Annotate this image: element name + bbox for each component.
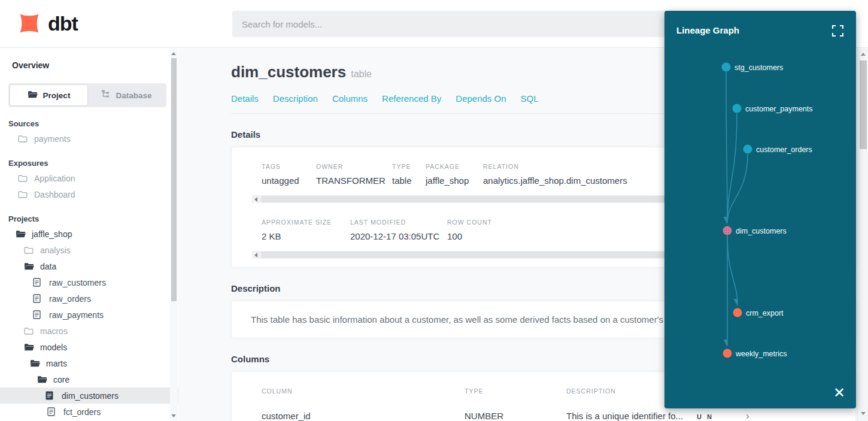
lineage-node-customer_payments[interactable]: customer_payments bbox=[733, 104, 813, 113]
view-tab-label: Database bbox=[116, 91, 151, 100]
column-header-type: TYPE bbox=[465, 387, 566, 395]
sidebar-item-fct_orders[interactable]: fct_orders bbox=[0, 404, 178, 420]
folder-open-icon bbox=[16, 230, 26, 238]
sidebar-item-core[interactable]: core bbox=[0, 371, 178, 387]
svg-text:customer_payments: customer_payments bbox=[745, 105, 813, 113]
tree-item-label: raw_orders bbox=[49, 294, 91, 304]
lineage-node-weekly_metrics[interactable]: weekly_metrics bbox=[723, 349, 787, 358]
field-value: analytics.jaffle_shop.dim_customers bbox=[483, 175, 627, 186]
tree-item-label: macros bbox=[40, 326, 68, 336]
svg-text:customer_orders: customer_orders bbox=[756, 146, 812, 154]
tree-item-label: Dashboard bbox=[34, 190, 75, 199]
field-label: TAGS bbox=[262, 163, 316, 170]
fullscreen-icon[interactable] bbox=[832, 25, 843, 37]
sidebar-item-data[interactable]: data bbox=[0, 258, 178, 274]
edge-stg_customers-to-dim_customers bbox=[726, 72, 727, 223]
overview-label[interactable]: Overview bbox=[0, 49, 178, 70]
scroll-left-icon[interactable] bbox=[254, 197, 257, 202]
lineage-node-dim_customers[interactable]: dim_customers bbox=[723, 226, 787, 235]
tree-item-label: core bbox=[53, 375, 69, 384]
folder-open-icon bbox=[24, 343, 34, 352]
tree-item-label: models bbox=[40, 343, 67, 352]
folder-open-icon bbox=[30, 359, 40, 368]
sidebar-item-raw_customers[interactable]: raw_customers bbox=[0, 274, 178, 290]
tree-item-label: data bbox=[40, 262, 56, 271]
sidebar-item-dim_customers[interactable]: dim_customers bbox=[0, 387, 178, 404]
detail-field-package: PACKAGEjaffle_shop bbox=[426, 163, 483, 186]
field-value: 2 KB bbox=[262, 231, 350, 241]
dbt-logo: dbt bbox=[16, 10, 78, 37]
sidebar-item-Application[interactable]: Application bbox=[0, 170, 178, 186]
sidebar-item-raw_orders[interactable]: raw_orders bbox=[0, 290, 178, 307]
tab-columns[interactable]: Columns bbox=[332, 93, 368, 104]
scroll-left-icon[interactable] bbox=[254, 253, 257, 258]
main-scrollbar[interactable] bbox=[857, 49, 868, 421]
tree-item-label: raw_customers bbox=[49, 278, 106, 287]
tree-item-label: payments bbox=[34, 134, 71, 144]
tab-description[interactable]: Description bbox=[273, 93, 318, 104]
sidebar-scroll-thumb[interactable] bbox=[171, 58, 177, 301]
tree-section-projects: Projects bbox=[0, 202, 178, 226]
field-label: APPROXIMATE SIZE bbox=[262, 219, 350, 226]
lineage-title: Lineage Graph bbox=[676, 25, 739, 35]
close-icon[interactable]: ✕ bbox=[833, 386, 845, 400]
view-toggle: ProjectDatabase bbox=[8, 83, 166, 107]
lineage-node-customer_orders[interactable]: customer_orders bbox=[743, 145, 812, 154]
lineage-node-stg_customers[interactable]: stg_customers bbox=[722, 63, 784, 72]
row-expander-icon[interactable]: › bbox=[746, 410, 749, 421]
folder-open-icon bbox=[24, 262, 34, 271]
scroll-up-icon[interactable] bbox=[861, 53, 866, 56]
tree-item-label: fct_orders bbox=[63, 407, 101, 417]
sidebar-item-jaffle_shop[interactable]: jaffle_shop bbox=[0, 226, 178, 242]
sidebar-scrollbar[interactable] bbox=[170, 49, 178, 421]
svg-text:stg_customers: stg_customers bbox=[735, 63, 783, 72]
database-tree-icon bbox=[101, 90, 110, 101]
folder-icon bbox=[18, 190, 28, 198]
tab-sql[interactable]: SQL bbox=[521, 93, 539, 104]
model-type-badge: table bbox=[351, 69, 372, 79]
field-label: OWNER bbox=[316, 163, 392, 170]
scroll-down-icon[interactable] bbox=[171, 414, 176, 417]
folder-icon bbox=[24, 327, 34, 335]
file-icon bbox=[33, 294, 43, 303]
tree-section-sources: Sources bbox=[0, 107, 178, 131]
lineage-node-crm_export[interactable]: crm_export bbox=[733, 308, 784, 317]
sidebar-item-Dashboard[interactable]: Dashboard bbox=[0, 186, 178, 202]
folder-open-icon bbox=[37, 375, 47, 384]
tab-depends-on[interactable]: Depends On bbox=[456, 93, 506, 104]
file-solid-icon bbox=[45, 391, 56, 400]
scroll-down-icon[interactable] bbox=[861, 412, 866, 415]
scroll-up-icon[interactable] bbox=[171, 52, 176, 55]
file-icon bbox=[47, 407, 57, 416]
tree-item-label: raw_payments bbox=[49, 310, 104, 320]
sidebar-item-raw_payments[interactable]: raw_payments bbox=[0, 307, 178, 323]
file-icon bbox=[33, 278, 43, 287]
sidebar-item-macros[interactable]: macros bbox=[0, 323, 178, 339]
sidebar: Overview ProjectDatabase Sourcespayments… bbox=[0, 49, 178, 421]
tab-referenced-by[interactable]: Referenced By bbox=[382, 93, 441, 104]
description-text: This table has basic information about a… bbox=[251, 314, 691, 325]
detail-field-relation: RELATIONanalytics.jaffle_shop.dim_custom… bbox=[483, 163, 627, 186]
table-row[interactable]: customer_idNUMBERThis is a unique identi… bbox=[262, 410, 847, 421]
test-badge: N bbox=[707, 413, 712, 420]
sidebar-item-models[interactable]: models bbox=[0, 339, 178, 355]
folder-icon bbox=[18, 174, 28, 182]
lineage-graph: stg_customerscustomer_paymentscustomer_o… bbox=[664, 11, 856, 408]
svg-text:dim_customers: dim_customers bbox=[736, 227, 787, 235]
model-name: dim_customers bbox=[231, 63, 346, 81]
lineage-graph-panel: stg_customerscustomer_paymentscustomer_o… bbox=[664, 11, 856, 408]
main-scroll-thumb[interactable] bbox=[860, 60, 867, 149]
dbt-logo-icon bbox=[16, 10, 43, 37]
field-label: RELATION bbox=[483, 163, 627, 170]
sidebar-item-payments[interactable]: payments bbox=[0, 131, 178, 147]
sidebar-item-marts[interactable]: marts bbox=[0, 355, 178, 371]
svg-text:weekly_metrics: weekly_metrics bbox=[735, 350, 787, 358]
tab-details[interactable]: Details bbox=[231, 93, 259, 104]
detail-field-tags: TAGSuntagged bbox=[262, 163, 316, 186]
detail-field-last-modified: LAST MODIFIED2020-12-17 03:05UTC bbox=[350, 219, 447, 241]
view-tab-project[interactable]: Project bbox=[10, 84, 88, 106]
view-tab-database[interactable]: Database bbox=[88, 84, 165, 106]
tree-item-label: dim_customers bbox=[62, 391, 119, 401]
field-value: untagged bbox=[262, 175, 316, 186]
sidebar-item-analysis[interactable]: analysis bbox=[0, 242, 178, 258]
